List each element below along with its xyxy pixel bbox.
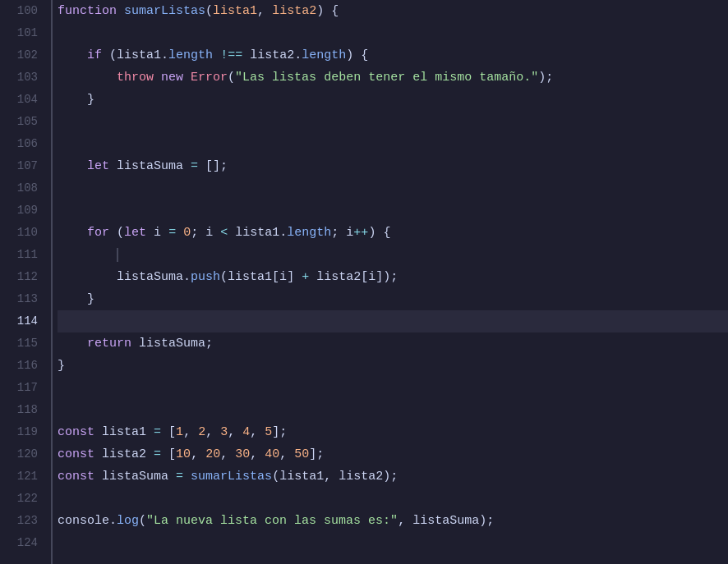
- line-num-103: 103: [0, 66, 38, 89]
- line-num-112: 112: [0, 266, 38, 288]
- code-line-112: listaSuma.push(lista1[i] + lista2[i]);: [58, 266, 728, 288]
- line-numbers: 100 101 102 103 104 105 106 107 108 109 …: [0, 0, 51, 564]
- code-line-101: [58, 22, 728, 44]
- code-line-102: if (lista1.length !== lista2.length) {: [58, 44, 728, 66]
- code-line-104: }: [58, 89, 728, 111]
- line-num-117: 117: [0, 377, 38, 399]
- line-num-107: 107: [0, 155, 38, 177]
- code-line-100: function sumarListas(lista1, lista2) {: [58, 0, 728, 22]
- line-num-102: 102: [0, 44, 38, 66]
- line-num-119: 119: [0, 421, 38, 443]
- code-line-105: [58, 111, 728, 133]
- line-num-108: 108: [0, 177, 38, 199]
- code-line-103: throw new Error("Las listas deben tener …: [58, 66, 728, 89]
- code-line-109: [58, 199, 728, 222]
- code-editor: 100 101 102 103 104 105 106 107 108 109 …: [0, 0, 728, 564]
- code-line-108: [58, 177, 728, 199]
- code-line-111: [58, 244, 728, 266]
- line-num-106: 106: [0, 133, 38, 155]
- code-line-114: [58, 310, 728, 332]
- line-num-101: 101: [0, 22, 38, 44]
- code-line-119: const lista1 = [1, 2, 3, 4, 5];: [58, 421, 728, 443]
- line-num-110: 110: [0, 222, 38, 244]
- code-line-110: for (let i = 0; i < lista1.length; i++) …: [58, 222, 728, 244]
- line-num-114: 114: [0, 310, 38, 332]
- code-line-106: [58, 133, 728, 155]
- line-num-123: 123: [0, 510, 38, 532]
- line-num-113: 113: [0, 288, 38, 310]
- code-line-122: [58, 488, 728, 510]
- line-num-100: 100: [0, 0, 38, 22]
- code-line-118: [58, 399, 728, 421]
- line-num-121: 121: [0, 465, 38, 488]
- line-num-118: 118: [0, 399, 38, 421]
- code-line-115: return listaSuma;: [58, 332, 728, 355]
- code-lines[interactable]: function sumarListas(lista1, lista2) { i…: [51, 0, 728, 564]
- line-num-116: 116: [0, 355, 38, 377]
- line-num-120: 120: [0, 443, 38, 465]
- line-num-115: 115: [0, 332, 38, 355]
- code-line-107: let listaSuma = [];: [58, 155, 728, 177]
- line-num-105: 105: [0, 111, 38, 133]
- line-num-111: 111: [0, 244, 38, 266]
- code-line-123: console.log("La nueva lista con las suma…: [58, 510, 728, 532]
- code-line-116: }: [58, 355, 728, 377]
- code-line-117: [58, 377, 728, 399]
- line-num-104: 104: [0, 89, 38, 111]
- line-num-124: 124: [0, 532, 38, 554]
- line-num-122: 122: [0, 488, 38, 510]
- code-line-120: const lista2 = [10, 20, 30, 40, 50];: [58, 443, 728, 465]
- line-num-109: 109: [0, 199, 38, 222]
- code-line-124: [58, 532, 728, 554]
- code-line-113: }: [58, 288, 728, 310]
- code-line-121: const listaSuma = sumarListas(lista1, li…: [58, 465, 728, 488]
